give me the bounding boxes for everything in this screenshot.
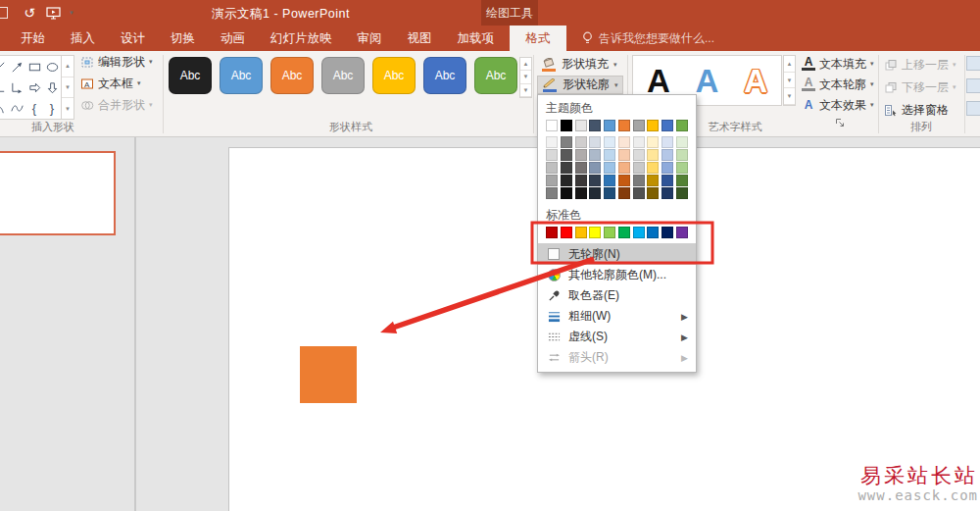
color-variant-swatch[interactable] xyxy=(633,187,645,199)
color-variant-swatch[interactable] xyxy=(676,162,688,174)
selection-pane-button[interactable]: 选择窗格 xyxy=(884,101,956,119)
color-variant-swatch[interactable] xyxy=(647,162,659,174)
undo-icon[interactable]: ↺ xyxy=(18,2,41,24)
theme-color-swatch[interactable] xyxy=(575,120,587,131)
color-variant-swatch[interactable] xyxy=(647,175,659,186)
shape-style-chip-3[interactable]: Abc xyxy=(270,57,314,94)
rectangle-shape-icon[interactable] xyxy=(25,57,43,77)
color-variant-swatch[interactable] xyxy=(575,136,587,148)
arc-shape-icon[interactable] xyxy=(0,98,8,119)
wordart-style-black[interactable]: A xyxy=(647,65,670,97)
oval-shape-icon[interactable] xyxy=(43,57,61,77)
color-variant-swatch[interactable] xyxy=(546,175,558,186)
tab-开始[interactable]: 开始 xyxy=(8,26,58,51)
color-variant-swatch[interactable] xyxy=(561,175,572,186)
color-variant-swatch[interactable] xyxy=(575,162,587,174)
color-variant-swatch[interactable] xyxy=(561,187,572,199)
tell-me-search[interactable]: 告诉我您想要做什么... xyxy=(582,26,714,51)
menu-item-no-outline[interactable]: 无轮廓(N) xyxy=(538,243,696,265)
gallery-more-icon[interactable]: ▼ xyxy=(784,88,795,105)
theme-color-swatch[interactable] xyxy=(618,120,630,131)
standard-color-swatch[interactable] xyxy=(604,227,615,238)
shape-style-chip-5[interactable]: Abc xyxy=(372,57,416,94)
gallery-more-icon[interactable]: ▼ xyxy=(520,84,531,97)
text-box-button[interactable]: A 文本框▾ xyxy=(80,75,153,92)
color-variant-swatch[interactable] xyxy=(633,149,645,161)
bring-forward-button[interactable]: 上移一层▾ xyxy=(884,56,956,74)
shape-style-chip-7[interactable]: Abc xyxy=(474,57,517,94)
down-arrow-shape-icon[interactable] xyxy=(43,77,61,98)
color-variant-swatch[interactable] xyxy=(604,136,615,148)
elbow-connector-icon[interactable] xyxy=(0,77,8,98)
color-variant-swatch[interactable] xyxy=(676,175,688,186)
color-variant-swatch[interactable] xyxy=(575,187,587,199)
dialog-launcher-icon[interactable] xyxy=(835,118,847,129)
color-variant-swatch[interactable] xyxy=(618,175,630,186)
theme-color-swatch[interactable] xyxy=(662,120,673,131)
text-effects-button[interactable]: A 文本效果▾ xyxy=(802,96,874,114)
insert-shapes-gallery[interactable]: { } ▲ ▼ ▼ xyxy=(0,55,74,120)
slideshow-icon[interactable] xyxy=(41,2,65,24)
color-variant-swatch[interactable] xyxy=(589,187,601,199)
customize-qat-icon[interactable]: ▾ xyxy=(65,2,78,24)
tab-幻灯片放映[interactable]: 幻灯片放映 xyxy=(258,26,345,51)
wordart-style-blue[interactable]: A xyxy=(696,65,719,97)
right-brace-shape-icon[interactable]: } xyxy=(43,98,61,119)
standard-color-swatch[interactable] xyxy=(589,227,601,238)
color-variant-swatch[interactable] xyxy=(647,149,659,161)
color-variant-swatch[interactable] xyxy=(561,136,572,148)
color-variant-swatch[interactable] xyxy=(662,162,673,174)
theme-color-swatch[interactable] xyxy=(561,120,572,131)
slide-thumbnail[interactable] xyxy=(0,151,116,235)
standard-color-swatch[interactable] xyxy=(546,227,558,238)
right-arrow-shape-icon[interactable] xyxy=(25,77,43,98)
theme-color-swatch[interactable] xyxy=(589,120,601,131)
color-variant-swatch[interactable] xyxy=(676,136,688,148)
color-variant-swatch[interactable] xyxy=(647,136,659,148)
shape-style-chip-1[interactable]: Abc xyxy=(169,57,212,94)
scroll-up-icon[interactable]: ▲ xyxy=(784,56,795,73)
tab-加载项[interactable]: 加载项 xyxy=(445,26,508,51)
theme-color-swatch[interactable] xyxy=(546,120,558,131)
color-variant-swatch[interactable] xyxy=(546,162,558,174)
color-variant-swatch[interactable] xyxy=(633,162,645,174)
standard-color-swatch[interactable] xyxy=(647,227,659,238)
theme-color-swatch[interactable] xyxy=(647,120,659,131)
menu-item-weight[interactable]: 粗细(W) ▶ xyxy=(538,306,696,327)
merge-shapes-button[interactable]: 合并形状▾ xyxy=(80,96,153,114)
rotate-icon[interactable] xyxy=(966,101,980,116)
arrow-shape-icon[interactable] xyxy=(8,57,25,77)
color-variant-swatch[interactable] xyxy=(662,136,673,148)
save-icon[interactable] xyxy=(0,7,8,19)
tab-动画[interactable]: 动画 xyxy=(208,26,258,51)
send-backward-button[interactable]: 下移一层▾ xyxy=(884,78,956,96)
standard-color-swatch[interactable] xyxy=(633,227,645,238)
color-variant-swatch[interactable] xyxy=(604,149,615,161)
color-variant-swatch[interactable] xyxy=(575,175,587,186)
slide-shape[interactable] xyxy=(300,346,357,403)
color-variant-swatch[interactable] xyxy=(546,187,558,199)
color-variant-swatch[interactable] xyxy=(546,149,558,161)
color-variant-swatch[interactable] xyxy=(676,187,688,199)
scroll-up-icon[interactable]: ▲ xyxy=(520,58,531,71)
tab-切换[interactable]: 切换 xyxy=(158,26,208,51)
shape-outline-button[interactable]: 形状轮廓▾ xyxy=(537,76,623,94)
color-variant-swatch[interactable] xyxy=(633,136,645,148)
color-variant-swatch[interactable] xyxy=(589,149,601,161)
color-variant-swatch[interactable] xyxy=(561,149,572,161)
tab-format-active[interactable]: 格式 xyxy=(510,26,566,51)
color-variant-swatch[interactable] xyxy=(575,149,587,161)
shape-style-chip-2[interactable]: Abc xyxy=(220,57,263,94)
color-variant-swatch[interactable] xyxy=(662,175,673,186)
color-variant-swatch[interactable] xyxy=(676,149,688,161)
color-variant-swatch[interactable] xyxy=(561,162,572,174)
text-fill-button[interactable]: A 文本填充▾ xyxy=(802,55,874,73)
panel-resize-divider[interactable] xyxy=(134,137,136,511)
color-variant-swatch[interactable] xyxy=(546,136,558,148)
theme-color-swatch[interactable] xyxy=(604,120,615,131)
tab-插入[interactable]: 插入 xyxy=(58,26,108,51)
theme-color-swatch[interactable] xyxy=(633,120,645,131)
elbow-arrow-connector-icon[interactable] xyxy=(8,77,25,98)
shape-style-chip-4[interactable]: Abc xyxy=(321,57,365,94)
tab-视图[interactable]: 视图 xyxy=(395,26,445,51)
